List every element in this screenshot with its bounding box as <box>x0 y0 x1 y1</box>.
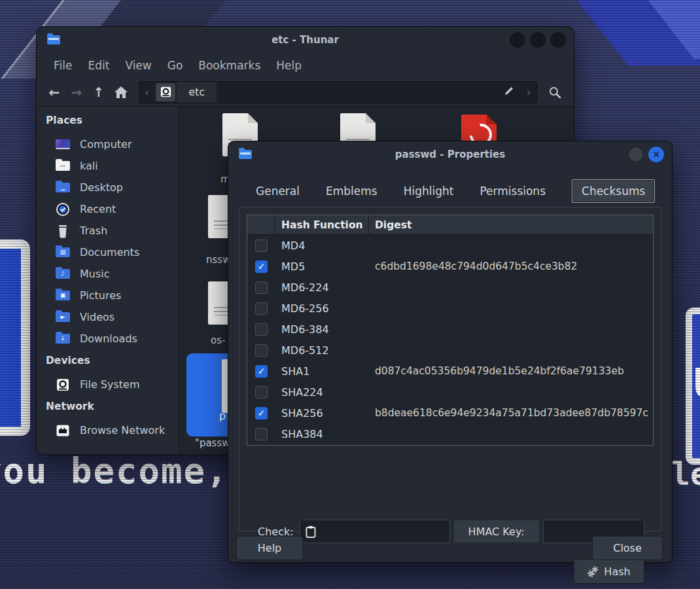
up-button[interactable]: ↑ <box>89 82 109 102</box>
wallpaper-text: le <box>671 455 700 492</box>
home-button[interactable] <box>111 82 131 102</box>
sidebar-item-label: Browse Network <box>80 424 165 437</box>
toolbar: ← → ↑ ‹ etc › <box>37 78 574 107</box>
sidebar-item-downloads[interactable]: ↓Downloads <box>46 328 179 349</box>
chevron-left-icon[interactable]: ‹ <box>139 85 154 99</box>
hash-checkbox-md4[interactable] <box>255 240 268 252</box>
selected-file-label: p <box>219 410 226 422</box>
sidebar-item-label: Recent <box>80 203 116 215</box>
network-icon <box>56 425 69 437</box>
thunar-titlebar[interactable]: etc - Thunar <box>37 27 574 53</box>
hash-row[interactable] <box>247 444 653 446</box>
close-button[interactable]: Close <box>592 536 663 560</box>
hash-checkbox-md6-256[interactable] <box>255 302 268 315</box>
sidebar-item-videos[interactable]: ►Videos <box>46 306 179 328</box>
gears-icon <box>587 566 599 577</box>
sidebar-item-kali[interactable]: —kali <box>46 155 179 177</box>
search-button[interactable] <box>545 82 565 102</box>
sidebar-item-music[interactable]: ♪Music <box>46 263 179 285</box>
statusbar-text: "passw <box>195 437 230 449</box>
dialog-titlebar[interactable]: passwd - Properties ✕ <box>228 141 672 168</box>
hash-checkbox-sha224[interactable] <box>255 386 268 399</box>
videos-folder-icon: ► <box>56 312 70 322</box>
file-label[interactable]: os- <box>211 334 225 346</box>
tab-general[interactable]: General <box>256 180 300 202</box>
file-label[interactable]: nssw <box>206 254 230 266</box>
help-button[interactable]: Help <box>236 536 303 560</box>
hash-row-md5[interactable]: ✓MD5c6dbd1698e48c794d0d647b5c4ce3b82 <box>247 256 653 277</box>
check-input[interactable] <box>300 520 450 543</box>
sidebar-item-desktop[interactable]: ▁Desktop <box>46 177 179 198</box>
sidebar-item-file-system[interactable]: File System <box>46 374 179 395</box>
hash-digest-value: c6dbd1698e48c794d0d647b5c4ce3b82 <box>369 260 653 272</box>
hash-checkbox-sha256[interactable]: ✓ <box>255 407 268 419</box>
path-bar[interactable]: ‹ etc › <box>139 81 537 103</box>
hmac-key-button[interactable]: HMAC Key: <box>453 520 540 543</box>
menu-view[interactable]: View <box>125 59 151 72</box>
hash-row-sha384[interactable]: SHA384 <box>247 423 653 444</box>
desktop-folder-icon: ▁ <box>56 183 70 192</box>
hash-row-md6-512[interactable]: MD6-512 <box>247 340 653 361</box>
properties-dialog: passwd - Properties ✕ GeneralEmblemsHigh… <box>228 141 673 563</box>
menu-edit[interactable]: Edit <box>88 59 109 72</box>
tab-highlight[interactable]: Highlight <box>404 180 454 202</box>
wallpaper-bracket-graphic <box>0 240 30 436</box>
tab-emblems[interactable]: Emblems <box>326 180 377 202</box>
sidebar-item-computer[interactable]: Computer <box>46 134 179 155</box>
menu-go[interactable]: Go <box>167 59 183 72</box>
hash-row-sha224[interactable]: SHA224 <box>247 382 653 402</box>
hash-button[interactable]: Hash <box>574 559 644 584</box>
path-root-button[interactable] <box>156 83 175 101</box>
hash-table[interactable]: Hash Function Digest MD4✓MD5c6dbd1698e48… <box>247 215 654 446</box>
hash-function-column-header: Hash Function <box>275 215 369 234</box>
hash-function-name: MD6-224 <box>275 281 369 294</box>
menu-help[interactable]: Help <box>276 59 302 72</box>
back-button[interactable]: ← <box>44 82 64 102</box>
pictures-folder-icon: ▣ <box>56 291 70 300</box>
chevron-right-icon[interactable]: › <box>521 85 536 99</box>
sidebar-item-label: Computer <box>80 138 132 151</box>
window-title: etc - Thunar <box>37 34 574 46</box>
home-folder-icon: — <box>56 161 70 171</box>
hash-checkbox-sha1[interactable]: ✓ <box>255 365 268 378</box>
hash-checkbox-sha384[interactable] <box>255 428 268 440</box>
hash-row-md6-256[interactable]: MD6-256 <box>247 298 653 319</box>
hash-row-md6-224[interactable]: MD6-224 <box>247 277 653 298</box>
sidebar-header-places: Places <box>46 115 179 130</box>
hash-row-md6-384[interactable]: MD6-384 <box>247 319 653 340</box>
close-button[interactable] <box>550 32 566 48</box>
sidebar-item-documents[interactable]: ▤Documents <box>46 241 179 263</box>
hash-checkbox-md6-384[interactable] <box>255 323 268 336</box>
search-icon <box>548 86 561 99</box>
hash-checkbox-md6-512[interactable] <box>255 344 268 357</box>
hash-row-md4[interactable]: MD4 <box>247 235 653 256</box>
hash-function-name: SHA384 <box>275 428 369 440</box>
sidebar-item-browse-network[interactable]: Browse Network <box>46 419 179 441</box>
sidebar-item-recent[interactable]: Recent <box>46 198 179 220</box>
hash-row-sha256[interactable]: ✓SHA256b8deae618c6e94e9234a75a71bd73adee… <box>247 402 653 423</box>
dialog-close-button[interactable]: ✕ <box>648 147 664 162</box>
menu-bookmarks[interactable]: Bookmarks <box>198 59 260 72</box>
tab-checksums[interactable]: Checksums <box>572 179 655 203</box>
edit-path-button[interactable] <box>497 85 521 99</box>
path-crumb-etc[interactable]: etc <box>177 82 217 103</box>
minimize-button[interactable] <box>510 32 525 48</box>
digest-column-header: Digest <box>369 219 653 231</box>
sidebar-item-pictures[interactable]: ▣Pictures <box>46 285 179 306</box>
menu-file[interactable]: File <box>54 59 72 72</box>
menubar: FileEditViewGoBookmarksHelp <box>37 53 574 78</box>
sidebar-header-network: Network <box>46 401 179 416</box>
forward-button[interactable]: → <box>67 82 86 102</box>
filesystem-drive-icon <box>56 378 69 391</box>
hash-row-sha1[interactable]: ✓SHA1d087c4ac05356b9479de1b5e24bf2f6ae79… <box>247 361 653 382</box>
tab-permissions[interactable]: Permissions <box>480 180 546 202</box>
hash-checkbox-md5[interactable]: ✓ <box>255 260 268 273</box>
pencil-icon <box>503 85 515 97</box>
sidebar-item-trash[interactable]: Trash <box>46 220 179 241</box>
sidebar-item-label: Desktop <box>80 181 123 194</box>
sidebar-item-label: kali <box>80 160 98 172</box>
dialog-aux-button[interactable] <box>628 147 644 162</box>
hash-function-name: MD4 <box>275 240 369 252</box>
hash-checkbox-md6-224[interactable] <box>255 281 268 294</box>
maximize-button[interactable] <box>530 32 546 48</box>
